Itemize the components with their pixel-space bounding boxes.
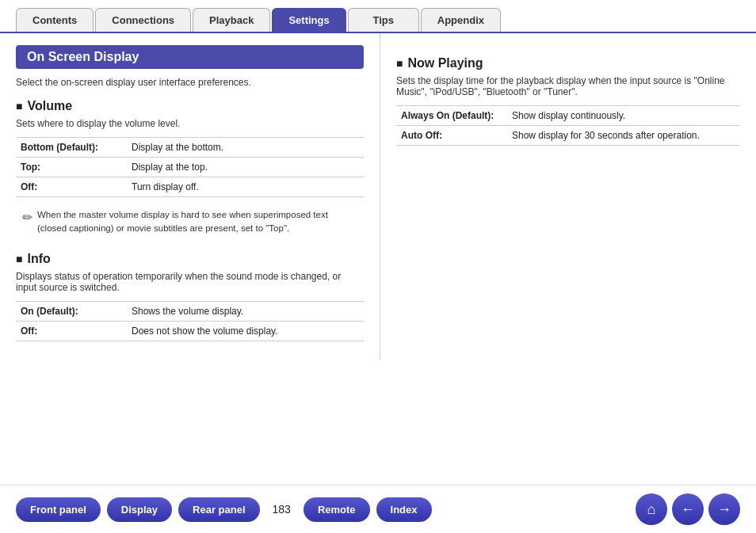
tab-settings[interactable]: Settings xyxy=(272,8,346,32)
index-btn[interactable]: Index xyxy=(376,497,432,522)
table-row: Always On (Default): Show display contin… xyxy=(396,106,740,126)
volume-note-area: ✏ When the master volume display is hard… xyxy=(16,204,364,241)
volume-bottom-label: Bottom (Default): xyxy=(16,138,127,158)
tab-appendix[interactable]: Appendix xyxy=(421,8,501,32)
volume-off-label: Off: xyxy=(16,177,127,197)
info-table: On (Default): Shows the volume display. … xyxy=(16,301,364,341)
table-row: On (Default): Shows the volume display. xyxy=(16,301,364,321)
right-column: Now Playing Sets the display time for th… xyxy=(380,33,756,360)
always-on-value: Show display continuously. xyxy=(507,106,740,126)
auto-off-label: Auto Off: xyxy=(396,126,507,146)
tab-tips[interactable]: Tips xyxy=(348,8,419,32)
tab-playback[interactable]: Playback xyxy=(193,8,270,32)
forward-button[interactable]: → xyxy=(708,493,740,525)
volume-heading: Volume xyxy=(16,99,364,113)
always-on-label: Always On (Default): xyxy=(396,106,507,126)
volume-top-value: Display at the top. xyxy=(127,158,364,177)
remote-btn[interactable]: Remote xyxy=(304,497,370,522)
info-on-label: On (Default): xyxy=(16,301,127,321)
info-desc: Displays status of operation temporarily… xyxy=(16,271,364,293)
volume-desc: Sets where to display the volume level. xyxy=(16,118,364,129)
left-column: On Screen Display Select the on-screen d… xyxy=(0,33,380,360)
info-on-value: Shows the volume display. xyxy=(127,301,364,321)
tab-contents[interactable]: Contents xyxy=(16,8,94,32)
table-row: Auto Off: Show display for 30 seconds af… xyxy=(396,126,740,146)
volume-note-text: When the master volume display is hard t… xyxy=(37,208,357,236)
display-btn[interactable]: Display xyxy=(107,497,172,522)
now-playing-heading: Now Playing xyxy=(396,56,740,70)
page-number: 183 xyxy=(273,503,291,516)
rear-panel-btn[interactable]: Rear panel xyxy=(178,497,259,522)
bottom-navigation: Front panel Display Rear panel 183 Remot… xyxy=(0,485,756,533)
home-button[interactable]: ⌂ xyxy=(636,493,667,525)
now-playing-table: Always On (Default): Show display contin… xyxy=(396,105,740,146)
now-playing-desc: Sets the display time for the playback d… xyxy=(396,75,740,97)
table-row: Top: Display at the top. xyxy=(16,158,364,177)
table-row: Off: Turn display off. xyxy=(16,177,364,197)
info-off-label: Off: xyxy=(16,321,127,341)
section-title: On Screen Display xyxy=(16,45,364,69)
volume-bottom-value: Display at the bottom. xyxy=(127,138,364,158)
bottom-nav-left: Front panel Display Rear panel 183 Remot… xyxy=(16,497,432,522)
volume-table: Bottom (Default): Display at the bottom.… xyxy=(16,137,364,197)
info-off-value: Does not show the volume display. xyxy=(127,321,364,341)
auto-off-value: Show display for 30 seconds after operat… xyxy=(507,126,740,146)
section-description: Select the on-screen display user interf… xyxy=(16,77,364,88)
front-panel-btn[interactable]: Front panel xyxy=(16,497,101,522)
tab-connections[interactable]: Connections xyxy=(95,8,191,32)
volume-off-value: Turn display off. xyxy=(127,177,364,197)
bottom-nav-right: ⌂ ← → xyxy=(636,493,740,525)
note-icon: ✏ xyxy=(22,210,32,225)
table-row: Bottom (Default): Display at the bottom. xyxy=(16,138,364,158)
volume-top-label: Top: xyxy=(16,158,127,177)
table-row: Off: Does not show the volume display. xyxy=(16,321,364,341)
top-navigation: Contents Connections Playback Settings T… xyxy=(0,0,756,33)
back-button[interactable]: ← xyxy=(672,493,704,525)
info-heading: Info xyxy=(16,252,364,266)
